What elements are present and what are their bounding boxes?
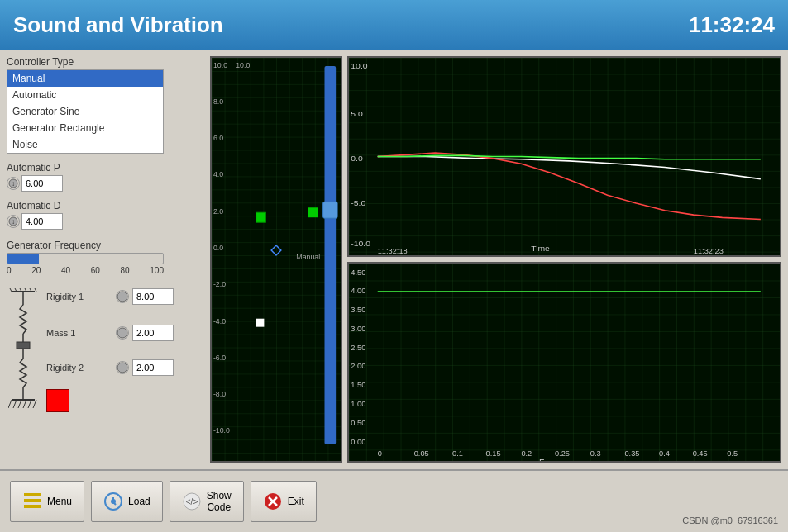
svg-point-23 (117, 292, 127, 302)
automatic-p-input[interactable]: 6.00 (21, 175, 63, 192)
svg-text:↕: ↕ (12, 180, 15, 188)
svg-text:-8.0: -8.0 (213, 390, 226, 398)
title-bar: Sound and Vibration 11:32:24 (0, 0, 788, 50)
svg-text:2.00: 2.00 (351, 363, 365, 371)
svg-text:2.50: 2.50 (351, 344, 365, 352)
svg-text:10.0: 10.0 (213, 61, 227, 69)
spring-mass-diagram (7, 288, 40, 420)
svg-line-15 (28, 400, 31, 408)
svg-text:0: 0 (378, 449, 382, 458)
automatic-d-input[interactable]: 4.00 (21, 213, 63, 230)
svg-text:5.0: 5.0 (351, 109, 363, 118)
svg-text:</>: </> (186, 497, 198, 506)
svg-text:1.00: 1.00 (351, 400, 365, 408)
svg-rect-46 (323, 202, 338, 218)
svg-text:-2.0: -2.0 (213, 280, 226, 288)
automatic-p-spinner-icon[interactable]: ↕ (7, 177, 20, 190)
rigidity2-input[interactable] (132, 359, 174, 376)
clock-display: 11:32:24 (689, 12, 775, 38)
mass1-spinner[interactable] (116, 326, 129, 340)
svg-point-24 (117, 328, 127, 338)
svg-line-13 (18, 400, 21, 408)
svg-rect-86 (24, 493, 41, 496)
svg-text:10.0: 10.0 (236, 61, 250, 69)
svg-line-16 (33, 400, 36, 408)
svg-text:0.05: 0.05 (414, 449, 429, 458)
svg-text:-6.0: -6.0 (213, 354, 226, 362)
svg-rect-40 (256, 212, 266, 222)
svg-text:0.4: 0.4 (659, 449, 670, 458)
rigidity1-spinner[interactable] (116, 290, 129, 303)
menu-button[interactable]: Menu (10, 481, 84, 522)
exit-label: Exit (288, 496, 304, 507)
svg-text:0.25: 0.25 (555, 449, 570, 458)
svg-point-25 (117, 363, 127, 373)
automatic-d-spinbox: ↕ 4.00 (7, 213, 205, 230)
menu-icon (22, 492, 42, 511)
svg-rect-88 (24, 505, 41, 508)
automatic-d-group: Automatic D ↕ 4.00 (7, 200, 205, 230)
listbox-item-noise[interactable]: Noise (7, 136, 163, 153)
show-code-icon: </> (182, 492, 202, 511)
svg-rect-61 (349, 264, 780, 461)
rigidity2-spinner[interactable] (116, 361, 129, 374)
svg-text:0.45: 0.45 (693, 449, 708, 458)
svg-text:0.0: 0.0 (351, 154, 363, 163)
generator-frequency-group: Generator Frequency 0 20 40 60 80 100 (7, 240, 205, 275)
automatic-p-spinbox: ↕ 6.00 (7, 175, 205, 192)
svg-text:0.0: 0.0 (213, 244, 223, 252)
controller-type-listbox[interactable]: Manual Automatic Generator Sine Generato… (7, 69, 164, 154)
rigidity1-input[interactable] (132, 288, 174, 305)
generator-frequency-label: Generator Frequency (7, 240, 205, 251)
load-label: Load (128, 496, 150, 507)
svg-rect-7 (17, 342, 30, 349)
svg-text:0.1: 0.1 (452, 449, 463, 458)
oscilloscope-panel: 10.0 8.0 6.0 4.0 2.0 0.0 -2.0 -4.0 -6.0 … (210, 56, 342, 463)
rigidity1-row: Rigidity 1 (46, 288, 174, 305)
time-domain-chart: 10.0 5.0 0.0 -5.0 -10.0 Amplitude 11:32:… (347, 56, 781, 257)
svg-text:0.50: 0.50 (351, 419, 365, 427)
load-button[interactable]: Load (91, 481, 163, 522)
svg-text:0.35: 0.35 (624, 449, 639, 458)
mass1-label: Mass 1 (46, 328, 112, 338)
mass1-input[interactable] (132, 325, 174, 341)
exit-icon (263, 492, 283, 511)
svg-text:1.50: 1.50 (351, 381, 365, 389)
automatic-d-spinner-icon[interactable]: ↕ (7, 215, 20, 228)
rigidity2-row: Rigidity 2 (46, 359, 174, 376)
svg-rect-27 (212, 58, 341, 461)
svg-text:0.5: 0.5 (727, 449, 738, 458)
red-indicator (46, 389, 69, 412)
automatic-d-label: Automatic D (7, 200, 205, 211)
exit-button[interactable]: Exit (251, 481, 317, 522)
listbox-item-manual[interactable]: Manual (7, 70, 163, 87)
generator-frequency-slider[interactable] (7, 253, 164, 264)
physical-params-col: Rigidity 1 Mass 1 Rigidity 2 (46, 288, 174, 420)
svg-text:-10.0: -10.0 (213, 426, 230, 435)
svg-text:-10.0: -10.0 (351, 239, 370, 248)
svg-line-17 (8, 288, 12, 292)
rigidity1-label: Rigidity 1 (46, 292, 112, 302)
svg-text:Manual: Manual (296, 253, 320, 261)
svg-text:↕: ↕ (12, 218, 15, 226)
listbox-item-generator-sine[interactable]: Generator Sine (7, 103, 163, 120)
load-icon (103, 492, 123, 511)
svg-text:-5.0: -5.0 (351, 199, 365, 208)
svg-rect-87 (24, 499, 41, 502)
show-code-button[interactable]: </> ShowCode (170, 481, 244, 522)
frequency-domain-chart: 4.50 4.00 3.50 3.00 2.50 2.00 1.50 1.00 … (347, 262, 781, 463)
watermark: CSDN @m0_67916361 (682, 515, 778, 525)
controller-type-label: Controller Type (7, 56, 205, 68)
svg-text:8.0: 8.0 (213, 97, 223, 106)
svg-text:0.3: 0.3 (590, 449, 601, 458)
app-title: Sound and Vibration (13, 12, 223, 38)
svg-point-90 (111, 499, 116, 504)
svg-text:03/15/2020: 03/15/2020 (694, 254, 732, 255)
mass1-row: Mass 1 (46, 325, 174, 341)
listbox-item-generator-rect[interactable]: Generator Rectangle (7, 120, 163, 136)
svg-text:4.50: 4.50 (351, 268, 365, 277)
main-content: Controller Type Manual Automatic Generat… (0, 50, 788, 469)
svg-text:0.15: 0.15 (486, 449, 501, 458)
listbox-item-automatic[interactable]: Automatic (7, 87, 163, 103)
svg-line-12 (13, 400, 17, 408)
